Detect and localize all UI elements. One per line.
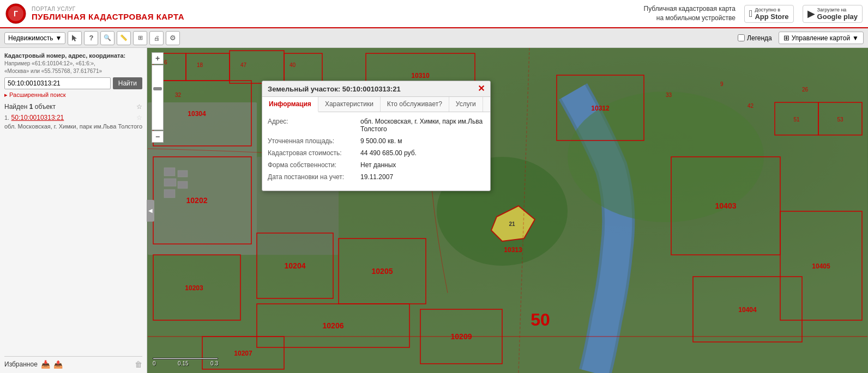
dropdown-label: Недвижимость — [8, 34, 53, 42]
google-play-icon: ▶ — [807, 8, 815, 20]
scale-bar: 0 0.15 0.3 — [153, 358, 218, 366]
area-label: Уточненная площадь: — [268, 137, 355, 145]
navigate-icon: 🔍 — [104, 34, 111, 41]
popup-title: Земельный участок: 50:10:0010313:21 — [268, 85, 401, 93]
ownership-value: Нет данных — [360, 161, 485, 169]
print-icon: 🖨 — [154, 35, 160, 41]
found-results-label: Найден 1 объект ☆ — [4, 103, 142, 111]
star-icon[interactable]: ☆ — [136, 103, 142, 111]
search-hint: Например «61:6:10104:12», «61:6:»,«Москв… — [4, 60, 142, 75]
property-type-dropdown[interactable]: Недвижимость ▼ — [4, 32, 65, 44]
measure-btn[interactable]: 📏 — [117, 31, 131, 45]
cadastral-cost-row: Кадастровая стоимость: 44 490 685.00 руб… — [268, 149, 485, 157]
tab-service-provider[interactable]: Кто обслуживает? — [381, 97, 449, 112]
search-label: Кадастровый номер, адрес, координата: — [4, 52, 142, 59]
info-icon: ? — [89, 34, 93, 42]
cursor-tool-btn[interactable] — [68, 31, 82, 45]
map-satellite-bg — [147, 48, 868, 373]
favorites-add-icon[interactable]: 📥 — [41, 360, 50, 369]
tab-characteristics[interactable]: Характеристики — [318, 97, 381, 112]
manage-map-arrow-icon: ▼ — [852, 34, 859, 42]
print-btn[interactable]: 🖨 — [149, 31, 164, 45]
result-star-icon[interactable]: ☆ — [136, 114, 142, 121]
parcel-info-popup: Земельный участок: 50:10:0010313:21 ✕ Ин… — [262, 81, 491, 191]
result-number: 1. — [4, 114, 9, 121]
navigate-btn[interactable]: 🔍 — [100, 31, 114, 45]
settings-icon: ⚙ — [170, 34, 176, 42]
result-cadastral-link[interactable]: 50:10:0010313:21 — [11, 114, 64, 121]
legend-label: Легенда — [747, 34, 772, 42]
zoom-out-btn[interactable]: − — [152, 131, 164, 143]
popup-header: Земельный участок: 50:10:0010313:21 ✕ — [262, 81, 490, 97]
grid-icon: ⊞ — [783, 34, 789, 42]
reg-date-label: Дата постановки на учет: — [268, 173, 355, 181]
portal-label: Портал услуг — [32, 6, 184, 12]
sidebar-bottom: Избранное 📥 📤 🗑 — [4, 356, 142, 369]
popup-tabs: Информация Характеристики Кто обслуживае… — [262, 97, 490, 112]
tab-info[interactable]: Информация — [262, 97, 318, 112]
legend-checkbox-input[interactable] — [738, 34, 745, 41]
address-value: обл. Московская, г. Химки, парк им.Льва … — [360, 118, 485, 133]
legend-toggle[interactable]: Легенда — [738, 34, 772, 42]
area-value: 9 500.00 кв. м — [360, 137, 485, 145]
search-input[interactable] — [4, 77, 111, 89]
scale-bar-labels: 0 0.15 0.3 — [153, 360, 218, 366]
cadastral-cost-label: Кадастровая стоимость: — [268, 149, 355, 157]
header: Г Портал услуг Публичная кадастровая кар… — [0, 0, 868, 28]
zoom-controls: + − — [152, 52, 164, 143]
settings-btn[interactable]: ⚙ — [166, 31, 180, 45]
measure-icon: 📏 — [120, 34, 128, 41]
header-right: Публичная кадастровая карта на мобильном… — [644, 4, 863, 23]
result-item: 1. 50:10:0010313:21 ☆ обл. Московская, г… — [4, 114, 142, 130]
mobile-text-line2: на мобильном устройстве — [644, 14, 736, 23]
app-store-text: Доступно в App Store — [755, 7, 788, 21]
manage-map-label: Управление картой — [792, 34, 850, 42]
toolbar: Недвижимость ▼ ? 🔍 📏 ⊞ 🖨 ⚙ Легенда ⊞ Упр… — [0, 28, 868, 48]
info-tool-btn[interactable]: ? — [84, 31, 98, 45]
result-address: обл. Московская, г. Химки, парк им.Льва … — [4, 123, 142, 130]
area-row: Уточненная площадь: 9 500.00 кв. м — [268, 137, 485, 145]
scale-label-03: 0.3 — [210, 360, 218, 366]
zoom-slider-handle — [153, 87, 162, 90]
search-button[interactable]: Найти — [113, 77, 142, 89]
cadastral-cost-value: 44 490 685.00 руб. — [360, 149, 485, 157]
advanced-search-link[interactable]: ▸ Расширенный поиск — [4, 91, 142, 99]
dropdown-arrow-icon: ▼ — [56, 34, 62, 42]
scale-label-0: 0 — [153, 360, 156, 366]
google-play-name: Google play — [817, 13, 858, 21]
main-layout: Кадастровый номер, адрес, координата: На… — [0, 48, 868, 373]
app-store-name: App Store — [755, 13, 788, 21]
sidebar: Кадастровый номер, адрес, координата: На… — [0, 48, 147, 373]
toolbar-right: Легенда ⊞ Управление картой ▼ — [738, 32, 864, 44]
google-play-badge[interactable]: ▶ Загрузите на Google play — [803, 5, 863, 23]
reg-date-value: 19.11.2007 — [360, 173, 485, 181]
favorites-delete-icon[interactable]: 🗑 — [135, 360, 142, 369]
header-title-block: Портал услуг Публичная кадастровая карта — [32, 6, 184, 21]
reg-date-row: Дата постановки на учет: 19.11.2007 — [268, 173, 485, 181]
favorites-label: Избранное — [4, 360, 38, 368]
popup-close-btn[interactable]: ✕ — [478, 84, 485, 93]
ownership-row: Форма собственности: Нет данных — [268, 161, 485, 169]
google-play-text: Загрузите на Google play — [817, 7, 858, 21]
map-container[interactable]: 10304 10310 10312 10202 10203 10204 10 — [147, 48, 868, 373]
app-store-badge[interactable]:  Доступно в App Store — [744, 5, 794, 23]
layers-btn[interactable]: ⊞ — [133, 31, 147, 45]
mobile-promo-text: Публичная кадастровая карта на мобильном… — [644, 4, 736, 23]
tab-services[interactable]: Услуги — [449, 97, 483, 112]
apple-icon:  — [749, 8, 753, 20]
popup-content: Адрес: обл. Московская, г. Химки, парк и… — [262, 112, 490, 191]
logo-icon: Г — [5, 3, 26, 24]
mobile-text-line1: Публичная кадастровая карта — [644, 4, 736, 14]
manage-map-btn[interactable]: ⊞ Управление картой ▼ — [779, 32, 864, 44]
sidebar-collapse-btn[interactable]: ◀ — [147, 200, 154, 222]
address-label: Адрес: — [268, 118, 355, 125]
zoom-slider[interactable] — [152, 65, 164, 130]
cursor-icon — [70, 34, 79, 42]
layers-icon: ⊞ — [138, 34, 143, 41]
zoom-in-btn[interactable]: + — [152, 52, 164, 64]
favorites-export-icon[interactable]: 📤 — [53, 360, 63, 369]
main-title: Публичная кадастровая карта — [32, 12, 184, 21]
header-left: Г Портал услуг Публичная кадастровая кар… — [5, 3, 184, 24]
svg-text:Г: Г — [14, 9, 18, 18]
search-row: Найти — [4, 77, 142, 89]
